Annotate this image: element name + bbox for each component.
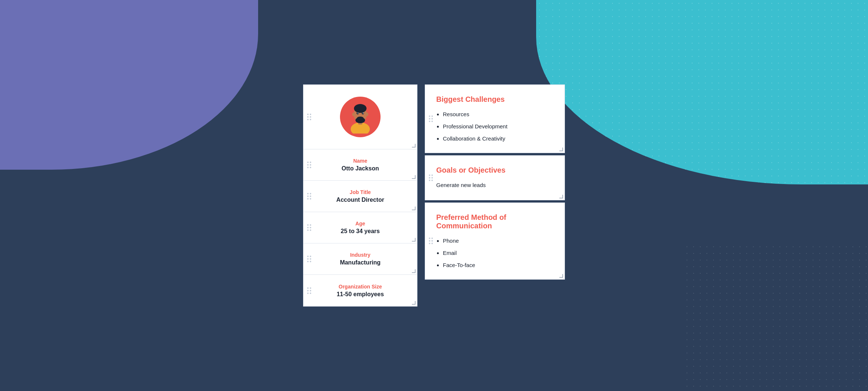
drag-handle[interactable] (429, 174, 433, 181)
communication-title: Preferred Method of Communication (436, 213, 553, 230)
communication-list: Phone Email Face-To-face (436, 237, 553, 269)
drag-handle[interactable] (307, 193, 311, 200)
goals-text: Generate new leads (436, 181, 553, 190)
svg-point-11 (354, 104, 367, 113)
org-size-label: Organization Size (338, 284, 382, 290)
left-column: Name Otto Jackson Job Title Account Dire… (303, 84, 417, 307)
industry-cell: Industry Manufacturing (303, 243, 417, 275)
name-cell: Name Otto Jackson (303, 149, 417, 181)
name-label: Name (353, 158, 367, 164)
drag-handle[interactable] (307, 287, 311, 294)
svg-point-9 (352, 113, 355, 116)
resize-handle[interactable] (412, 269, 416, 273)
job-title-label: Job Title (350, 189, 371, 195)
right-column: Biggest Challenges Resources Professiona… (425, 84, 565, 282)
avatar (340, 97, 381, 137)
drag-handle[interactable] (307, 256, 311, 262)
job-title-cell: Job Title Account Director (303, 181, 417, 212)
industry-value: Manufacturing (340, 259, 381, 266)
bg-dots-bottom-right (684, 243, 868, 391)
resize-handle[interactable] (412, 175, 416, 179)
drag-handle[interactable] (307, 114, 311, 120)
drag-handle[interactable] (307, 224, 311, 231)
industry-label: Industry (350, 252, 370, 258)
svg-point-10 (365, 113, 368, 116)
goals-title: Goals or Objectives (436, 166, 553, 174)
drag-handle[interactable] (307, 162, 311, 168)
drag-handle[interactable] (429, 115, 433, 122)
biggest-challenges-list: Resources Professional Development Colla… (436, 110, 553, 142)
list-item: Face-To-face (443, 261, 553, 269)
list-item: Resources (443, 110, 553, 118)
list-item: Professional Development (443, 122, 553, 130)
resize-handle[interactable] (559, 274, 563, 278)
job-title-value: Account Director (336, 197, 384, 203)
drag-handle[interactable] (429, 238, 433, 244)
svg-point-8 (363, 113, 364, 113)
org-size-cell: Organization Size 11-50 employees (303, 275, 417, 306)
resize-handle[interactable] (412, 238, 416, 242)
communication-card: Preferred Method of Communication Phone … (425, 203, 565, 280)
svg-point-4 (357, 117, 364, 120)
org-size-value: 11-50 employees (337, 291, 384, 298)
goals-card: Goals or Objectives Generate new leads (425, 155, 565, 200)
biggest-challenges-card: Biggest Challenges Resources Professiona… (425, 84, 565, 153)
resize-handle[interactable] (559, 195, 563, 198)
list-item: Collaboration & Creativity (443, 135, 553, 142)
resize-handle[interactable] (412, 144, 416, 148)
avatar-cell (303, 85, 417, 149)
biggest-challenges-title: Biggest Challenges (436, 95, 553, 104)
resize-handle[interactable] (559, 148, 563, 151)
resize-handle[interactable] (412, 207, 416, 210)
age-label: Age (355, 221, 365, 226)
list-item: Phone (443, 237, 553, 245)
age-value: 25 to 34 years (341, 228, 380, 235)
name-value: Otto Jackson (341, 165, 379, 172)
age-cell: Age 25 to 34 years (303, 212, 417, 243)
resize-handle[interactable] (412, 301, 416, 305)
list-item: Email (443, 249, 553, 257)
